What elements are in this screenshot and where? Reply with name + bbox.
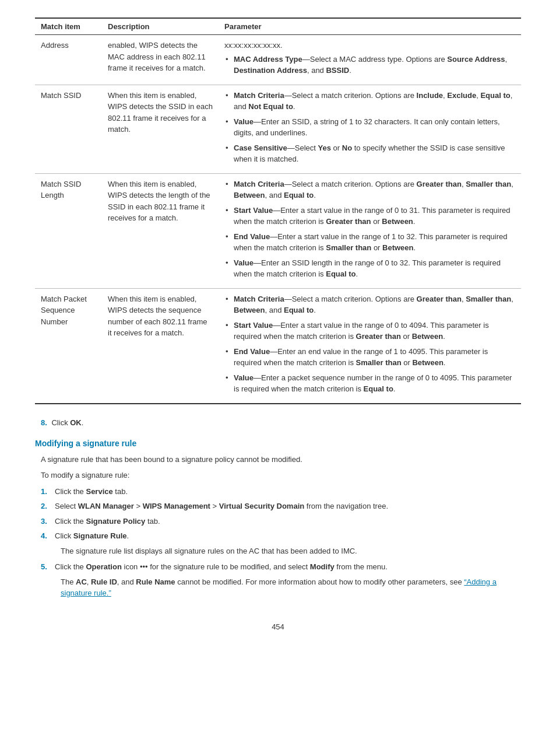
- table-row: Match Packet Sequence NumberWhen this it…: [35, 288, 521, 404]
- step-content: Click the Signature Policy tab.: [55, 516, 521, 527]
- step-content: Select WLAN Manager > WIPS Management > …: [55, 501, 521, 512]
- param-bullet-item: Value—Enter an SSID, a string of 1 to 32…: [224, 116, 515, 139]
- step-number: 4.: [41, 530, 51, 542]
- param-bullet-item: Case Sensitive—Select Yes or No to speci…: [224, 142, 515, 165]
- param-bullet-item: End Value—Enter a start value in the ran…: [224, 231, 515, 254]
- param-plain-text: xx:xx:xx:xx:xx:xx.: [224, 40, 515, 51]
- param-bullet-item: Match Criteria—Select a match criterion.…: [224, 178, 515, 201]
- parameter-cell: Match Criteria—Select a match criterion.…: [219, 288, 521, 404]
- step-item: 5.Click the Operation icon ••• for the s…: [41, 561, 521, 573]
- parameter-cell: Match Criteria—Select a match criterion.…: [219, 85, 521, 173]
- match-item-cell: Match Packet Sequence Number: [35, 288, 102, 404]
- step-item: 3.Click the Signature Policy tab.: [41, 516, 521, 527]
- description-cell: enabled, WIPS detects the MAC address in…: [102, 35, 219, 85]
- modifying-section-heading: Modifying a signature rule: [35, 439, 521, 448]
- param-bullet-item: Start Value—Enter a start value in the r…: [224, 320, 515, 342]
- table-row: Match SSIDWhen this item is enabled, WIP…: [35, 85, 521, 173]
- step-8-text: Click OK.: [51, 418, 83, 427]
- col-header-match: Match item: [35, 18, 102, 35]
- parameter-cell: Match Criteria—Select a match criterion.…: [219, 173, 521, 288]
- step-item: 4.Click Signature Rule.: [41, 530, 521, 542]
- step-number: 1.: [41, 486, 51, 498]
- modifying-intro1: A signature rule that has been bound to …: [35, 454, 521, 466]
- step-number: 5.: [41, 561, 51, 573]
- match-item-cell: Address: [35, 35, 102, 85]
- step-content: Click Signature Rule.: [55, 530, 521, 542]
- match-item-cell: Match SSID: [35, 85, 102, 173]
- step-note: The AC, Rule ID, and Rule Name cannot be…: [41, 576, 521, 599]
- param-bullet-item: Value—Enter an SSID length in the range …: [224, 257, 515, 280]
- step-content: Click the Service tab.: [55, 486, 521, 498]
- description-cell: When this item is enabled, WIPS detects …: [102, 288, 219, 404]
- col-header-description: Description: [102, 18, 219, 35]
- table-row: Match SSID LengthWhen this item is enabl…: [35, 173, 521, 288]
- step-content: Click the Operation icon ••• for the sig…: [55, 561, 521, 573]
- description-cell: When this item is enabled, WIPS detects …: [102, 85, 219, 173]
- parameter-cell: xx:xx:xx:xx:xx:xx.MAC Address Type—Selec…: [219, 35, 521, 85]
- step-item: 1.Click the Service tab.: [41, 486, 521, 498]
- modifying-intro2: To modify a signature rule:: [35, 470, 521, 481]
- step-note: The signature rule list displays all sig…: [41, 545, 521, 557]
- param-bullet-item: MAC Address Type—Select a MAC address ty…: [224, 54, 515, 76]
- step-8-container: 8. Click OK.: [35, 418, 521, 427]
- page-number: 454: [35, 622, 521, 631]
- param-bullet-item: Start Value—Enter a start value in the r…: [224, 205, 515, 228]
- col-header-parameter: Parameter: [219, 18, 521, 35]
- table-row: Addressenabled, WIPS detects the MAC add…: [35, 35, 521, 85]
- match-items-table: Match item Description Parameter Address…: [35, 18, 521, 404]
- step-number: 3.: [41, 516, 51, 527]
- param-bullet-item: Match Criteria—Select a match criterion.…: [224, 90, 515, 113]
- step-number: 2.: [41, 501, 51, 512]
- step-8-number: 8.: [41, 418, 47, 427]
- match-item-cell: Match SSID Length: [35, 173, 102, 288]
- description-cell: When this item is enabled, WIPS detects …: [102, 173, 219, 288]
- param-bullet-item: Match Criteria—Select a match criterion.…: [224, 293, 515, 316]
- modifying-steps-list: 1.Click the Service tab.2.Select WLAN Ma…: [35, 486, 521, 599]
- param-bullet-item: Value—Enter a packet sequence number in …: [224, 372, 515, 395]
- step-item: 2.Select WLAN Manager > WIPS Management …: [41, 501, 521, 512]
- param-bullet-item: End Value—Enter an end value in the rang…: [224, 346, 515, 369]
